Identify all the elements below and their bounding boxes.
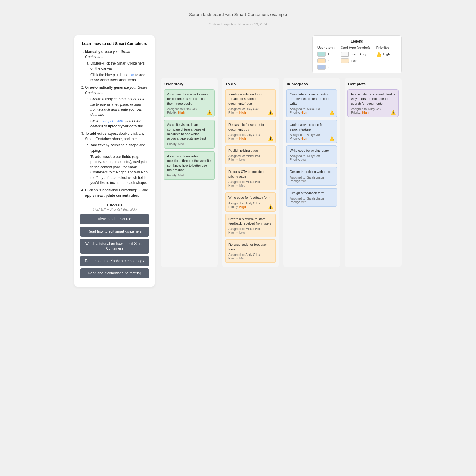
legend-swatch-3: 3 <box>317 65 335 70</box>
page-wrapper: Scrum task board with Smart Containers e… <box>74 12 402 287</box>
legend-col-card-type: Card type (border): User Story Task <box>341 46 370 63</box>
kanban-cards-user-story: As a user, I am able to search for docum… <box>164 89 215 180</box>
card-complete-1: Find existing code and identify why user… <box>347 89 399 117</box>
card-todo-3: Publish pricing page Assigned to: Mickel… <box>225 145 276 164</box>
legend-card-task: Task <box>341 58 370 63</box>
kanban-cards-todo: Identify a solution to fix "unable to se… <box>225 89 276 263</box>
legend-box: Legend User story: 1 2 <box>312 35 402 73</box>
legend-card-user-story: User Story <box>341 52 370 57</box>
tutorials-section: Tutorials (Hold Shift + ⌘ or Ctrl, then … <box>80 203 149 278</box>
swatch-1 <box>317 52 326 57</box>
btn-conditional[interactable]: Read about conditional formatting <box>80 268 149 278</box>
col-title-complete: Complete <box>347 82 399 86</box>
btn-kanban[interactable]: Read about the Kanban methodology <box>80 256 149 266</box>
btn-view-data[interactable]: View the data source ☞ <box>80 214 149 224</box>
warning-icon: ⚠️ <box>207 110 212 115</box>
kanban-board: User story As a user, I am able to searc… <box>161 78 402 267</box>
card-todo-5: Write code for feedback form Assigned to… <box>225 192 276 211</box>
instructions-list: Manually create your Smart Containers: D… <box>80 49 149 198</box>
card-todo-2: Release fix for search for document bug … <box>225 120 276 143</box>
swatch-user-story <box>341 52 349 57</box>
btn-watch-tutorial[interactable]: Watch a tutorial on how to edit Smart Co… <box>80 239 149 253</box>
instruction-3: To add edit shapes, double-click any Sma… <box>85 131 149 185</box>
instruction-1: Manually create your Smart Containers: D… <box>85 49 149 83</box>
content-row: Learn how to edit Smart Containers Manua… <box>74 35 402 287</box>
instruction-2: Or automatically generate your Smart Con… <box>85 85 149 129</box>
card-todo-1: Identify a solution to fix "unable to se… <box>225 89 276 117</box>
card-ip-1: Complete automatic testing for new searc… <box>286 89 337 117</box>
legend-user-story-label: User story: <box>317 46 335 49</box>
legend-swatch-1: 1 <box>317 52 335 57</box>
card-us-2: As a site visitor, I can compare differe… <box>164 120 215 149</box>
card-ip-2: Update/rewrite code for search feature A… <box>286 120 337 143</box>
tutorials-title: Tutorials <box>80 203 149 207</box>
warning-icon: ⚠️ <box>268 204 273 209</box>
kanban-col-user-story: User story As a user, I am able to searc… <box>161 78 218 267</box>
card-todo-6: Create a platform to store feedback rece… <box>225 214 276 237</box>
kanban-col-todo: To do Identify a solution to fix "unable… <box>222 78 279 267</box>
left-panel-title: Learn how to edit Smart Containers <box>80 41 149 46</box>
legend-card-type-label: Card type (border): <box>341 46 370 49</box>
legend-col-user-story: User story: 1 2 3 <box>317 46 335 70</box>
warning-icon: ⚠️ <box>391 110 396 115</box>
col-title-user-story: User story <box>164 82 215 86</box>
card-todo-4: Discuss CTA to include on pricing page A… <box>225 167 276 190</box>
legend-row: User story: 1 2 3 <box>317 46 397 70</box>
legend-priority-label: Priority: <box>376 46 390 49</box>
swatch-3 <box>317 65 326 70</box>
swatch-2 <box>317 58 326 63</box>
left-panel: Learn how to edit Smart Containers Manua… <box>74 35 155 287</box>
card-todo-7: Release code for feedback form Assigned … <box>225 239 276 263</box>
card-us-1: As a user, I am able to search for docum… <box>164 89 215 117</box>
card-ip-3: Write code for pricing page Assigned to:… <box>286 145 337 164</box>
warning-icon: ⚠️ <box>268 110 273 115</box>
swatch-task <box>341 58 349 63</box>
legend-col-priority: Priority: ⚠️ High <box>376 46 390 57</box>
board-area: Legend User story: 1 2 <box>161 35 402 267</box>
col-title-inprogress: In progress <box>286 82 337 86</box>
col-title-todo: To do <box>225 82 276 86</box>
card-us-3: As a user, I can submit questions throug… <box>164 151 215 180</box>
page-subtitle: System Templates | November 29, 2024 <box>209 22 267 26</box>
page-title: Scrum task board with Smart Containers e… <box>189 12 287 17</box>
legend-swatch-2: 2 <box>317 58 335 63</box>
kanban-cards-complete: Find existing code and identify why user… <box>347 89 399 117</box>
btn-read-edit[interactable]: Read how to edit smart containers <box>80 227 149 237</box>
kanban-col-complete: Complete Find existing code and identify… <box>345 78 402 267</box>
kanban-col-inprogress: In progress Complete automatic testing f… <box>283 78 340 267</box>
kanban-cards-inprogress: Complete automatic testing for new searc… <box>286 89 337 207</box>
warning-icon: ⚠️ <box>268 136 273 141</box>
card-ip-4: Design the pricing web page Assigned to:… <box>286 167 337 185</box>
legend-title: Legend <box>317 39 397 43</box>
warning-icon: ⚠️ <box>329 136 334 141</box>
warning-icon: ⚠️ <box>329 110 334 115</box>
instruction-4: Click on "Conditional Formatting" ✦ and … <box>85 188 149 198</box>
tutorials-hint: (Hold Shift + ⌘ or Ctrl, then click) <box>80 208 149 211</box>
priority-high-icon: ⚠️ <box>376 52 381 57</box>
card-ip-5: Design a feedback form Assigned to: Sara… <box>286 188 337 207</box>
legend-priority-high: ⚠️ High <box>376 52 390 57</box>
